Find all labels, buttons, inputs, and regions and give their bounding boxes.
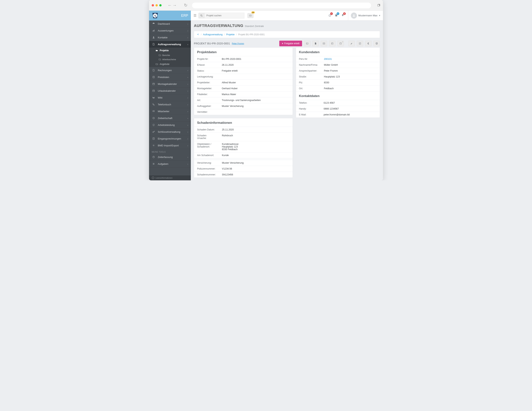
shirt-icon — [152, 124, 155, 126]
search-button[interactable] — [199, 13, 204, 19]
url-bar[interactable] — [192, 2, 371, 8]
maximize-window[interactable] — [159, 4, 162, 6]
page-header: AUFTRAGSVERWALTUNG Standort Zentrale — [191, 20, 383, 29]
chevron-right-icon: › — [187, 131, 188, 133]
pencil-icon — [350, 42, 353, 45]
sidebar-item-label: Auswertungen — [158, 29, 173, 32]
content-area: ☰ ZE ≡ — [191, 11, 383, 180]
sidebar-item-auftragsverwaltung[interactable]: Auftragsverwaltung› — [149, 41, 191, 48]
calendar-button[interactable] — [329, 41, 335, 46]
project-assignee-link[interactable]: Peter Fromm — [232, 42, 244, 45]
archive-icon[interactable]: 4 — [335, 13, 338, 18]
edit-button[interactable] — [348, 41, 355, 46]
sidebar-item-wiki[interactable]: WWiki› — [149, 94, 191, 101]
sidebar-subsub-berichte[interactable]: Berichte — [149, 53, 191, 57]
sidebar-item-rechnungen[interactable]: Rechnungen› — [149, 67, 191, 74]
bell-icon[interactable]: 2 — [341, 13, 344, 18]
chevron-right-icon: › — [187, 43, 188, 46]
sidebar-item-label: Rechnungen — [158, 69, 172, 72]
sidebar-item-bmd-import-export[interactable]: BMD Import/Export› — [149, 142, 191, 149]
sidebar-item-arbeitskleidung[interactable]: Arbeitskleidung› — [149, 122, 191, 129]
table-row: Vermittler: — [194, 109, 293, 115]
row-label: Straße: — [296, 74, 321, 80]
row-value: Kunde — [219, 153, 293, 158]
row-label: Schadennummer: — [194, 172, 219, 178]
row-value: BU-PR-2020-0001 — [219, 56, 293, 62]
sidebar-sub-projekte[interactable]: Projekte — [149, 48, 191, 53]
table-row: Auftraggeber:Muster Versicherung — [194, 103, 293, 109]
projektdaten-panel: Projektdaten Projekt-Nr:BU-PR-2020-0001E… — [194, 48, 293, 115]
euro-button[interactable]: € — [365, 41, 371, 46]
svg-point-20 — [153, 132, 154, 133]
schaden-panel: Schadeninformationen Schaden Datum:25.11… — [194, 118, 293, 178]
sidebar-item-auswertungen[interactable]: Auswertungen› — [149, 27, 191, 34]
document-button[interactable] — [312, 41, 319, 46]
back-button[interactable]: ← — [168, 3, 172, 7]
ze-button[interactable]: ZE — [247, 13, 254, 18]
table-row: Plz:8330 — [296, 80, 380, 86]
calendar-icon — [152, 83, 155, 86]
chevron-right-icon: › — [187, 30, 188, 32]
breadcrumb-link-1[interactable]: Auftragsverwaltung — [203, 33, 223, 36]
sidebar-item-dashboard[interactable]: Dashboard› — [149, 20, 191, 27]
sidebar-section-label: MEINE TOOLS — [149, 149, 191, 154]
sidebar-item-eingangsrechnungen[interactable]: Eingangsrechnungen› — [149, 135, 191, 142]
folder-icon — [159, 58, 161, 61]
forward-button[interactable]: → — [173, 3, 177, 7]
row-value: Muster Versicherung — [219, 160, 293, 166]
sidebar-tool-zeiterfassung[interactable]: Zeiterfassung› — [149, 154, 191, 161]
table-row: Leckageortung: — [194, 74, 293, 80]
sidebar-tool-aufgaben[interactable]: Aufgaben› — [149, 161, 191, 167]
sidebar-sub-angebote[interactable]: Angebote — [149, 61, 191, 67]
edit-form-button[interactable] — [357, 41, 363, 46]
search-input[interactable] — [204, 13, 244, 19]
sidebar-item-telefonbuch[interactable]: Telefonbuch› — [149, 101, 191, 108]
sidebar-toggle[interactable]: ☰ — [193, 13, 197, 18]
row-value: 0123 4567 — [321, 100, 380, 106]
sidebar-item-mitarbeiter[interactable]: Mitarbeiter› — [149, 108, 191, 115]
reload-button[interactable]: ↻ — [184, 3, 187, 7]
sidebar-item-label: Montagekalender — [158, 83, 177, 86]
home-icon[interactable] — [197, 33, 199, 36]
row-value: Markus Maier — [219, 92, 293, 97]
project-label: PROJEKT BU-PR-2020-0001 — [194, 42, 230, 45]
sidebar-item-kontakte[interactable]: Kontakte› — [149, 34, 191, 41]
image-button[interactable] — [304, 41, 310, 46]
logo-icon: PM — [152, 12, 159, 19]
browser-chrome: ← → ↻ — [149, 0, 383, 11]
svg-rect-34 — [249, 15, 252, 16]
clock-icon[interactable]: ≡ — [328, 13, 331, 18]
svg-text:M: M — [155, 16, 156, 17]
close-window[interactable] — [152, 4, 154, 6]
sidebar-item-montagekalender[interactable]: Montagekalender› — [149, 81, 191, 87]
row-label: Filialleiter: — [194, 92, 219, 97]
sidebar: PM ERP Dashboard›Auswertungen›Kontakte›A… — [149, 11, 191, 180]
sidebar-item-preislisten[interactable]: Preislisten› — [149, 74, 191, 81]
release-button[interactable]: ▾Freigabe erteilt — [279, 41, 302, 46]
table-row: Projekt-Nr:BU-PR-2020-0001 — [194, 56, 293, 62]
row-value: SN123456 — [219, 172, 293, 178]
sidebar-item-urlaubskalender[interactable]: Urlaubskalender› — [149, 87, 191, 94]
list-button[interactable] — [321, 41, 327, 46]
svg-rect-58 — [376, 44, 377, 44]
document-icon — [314, 42, 317, 45]
sidebar-item-schl-sselverwaltung[interactable]: Schlüsselverwaltung› — [149, 129, 191, 135]
calendar-count-button[interactable]: 0 — [337, 41, 344, 46]
window-stack-icon[interactable] — [377, 3, 380, 7]
print-button[interactable] — [373, 41, 380, 46]
breadcrumb-link-2[interactable]: Projekte — [226, 33, 235, 36]
sidebar-item-label: Wiki — [158, 96, 162, 99]
table-row: Ansprechpartner:Peter Fromm — [296, 68, 380, 74]
row-value: Müller GmbH — [321, 62, 380, 68]
folder-icon — [155, 63, 158, 66]
sidebar-item-zeitwirtschaft[interactable]: Zeitwirtschaft› — [149, 115, 191, 122]
value-link[interactable]: 200101 — [324, 58, 332, 60]
row-value: 0666 1234567 — [321, 106, 380, 112]
user-menu[interactable]: Mustermann Max ▾ — [348, 11, 380, 20]
sidebar-item-label: BMD Import/Export — [158, 144, 179, 147]
sidebar-subsub-arbeitsscheine[interactable]: Arbeitsscheine — [149, 57, 191, 61]
minimize-window[interactable] — [155, 4, 158, 6]
row-label: Ort: — [296, 86, 321, 92]
sidebar-submenu: ProjekteBerichteArbeitsscheineAngebote — [149, 48, 191, 67]
license-info[interactable]: i Lizenzinformationen — [149, 175, 191, 180]
